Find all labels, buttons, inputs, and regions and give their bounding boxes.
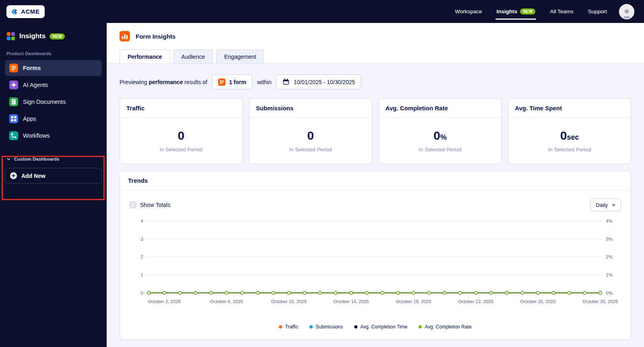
trends-card: Trends Show Totals Daily 00%11%22%33%44%… (120, 171, 631, 340)
tab-performance[interactable]: Performance (120, 50, 170, 64)
workflows-icon (9, 131, 18, 140)
checkbox-box (130, 202, 136, 208)
sidebar-item-apps[interactable]: Apps (5, 111, 102, 127)
svg-text:October 22, 2025: October 22, 2025 (458, 299, 493, 304)
legend-dot (419, 325, 422, 328)
svg-text:1: 1 (140, 273, 143, 277)
sidebar-item-label: Workflows (23, 132, 50, 139)
stat-value: 0 (126, 129, 236, 143)
tab-bar: PerformanceAudienceEngagement (120, 50, 631, 64)
stat-caption: In Selected Period (386, 147, 495, 153)
top-nav-support[interactable]: Support (588, 8, 607, 14)
page-title: Form Insights (136, 33, 175, 40)
svg-text:0: 0 (140, 291, 143, 295)
top-nav-insights[interactable]: InsightsNEW (496, 8, 535, 14)
stat-caption: In Selected Period (515, 147, 624, 153)
legend-traffic: Traffic (279, 324, 298, 330)
acme-logo[interactable]: ACME (6, 5, 45, 18)
sidebar-menu: FormsAI AgentsSign DocumentsAppsWorkflow… (0, 60, 107, 144)
svg-text:2: 2 (140, 254, 143, 259)
legend-avg-completion-time: Avg. Completion Time (354, 324, 407, 330)
plus-circle-icon (10, 172, 17, 180)
trends-chart-container: 00%11%22%33%44%October 2, 2025October 6,… (120, 213, 631, 319)
avatar[interactable] (619, 4, 634, 19)
sidebar-item-label: AI Agents (23, 82, 48, 88)
legend-dot (310, 325, 313, 328)
sign-documents-icon (9, 97, 18, 106)
tab-engagement[interactable]: Engagement (216, 50, 264, 64)
form-insights-icon (120, 31, 130, 41)
svg-text:1%: 1% (606, 273, 612, 277)
ai-agents-icon (9, 81, 18, 89)
date-range-chip[interactable]: 10/01/2025 - 10/30/2025 (276, 74, 361, 89)
legend-dot (279, 325, 282, 328)
top-nav-label: Insights (496, 8, 517, 14)
add-new-button[interactable]: Add New (5, 168, 102, 184)
chart-legend: TrafficSubmissionsAvg. Completion TimeAv… (120, 319, 631, 339)
svg-text:October 26, 2025: October 26, 2025 (520, 299, 556, 304)
top-nav-workspace[interactable]: Workspace (455, 8, 482, 14)
top-nav-label: Support (588, 8, 607, 14)
legend-submissions: Submissions (310, 324, 343, 330)
new-badge: NEW (520, 8, 535, 14)
top-nav: WorkspaceInsightsNEWAll TeamsSupport (455, 8, 607, 14)
sidebar: Insights NEW Product Dashboards FormsAI … (0, 23, 107, 347)
chevron-down-icon (611, 203, 616, 207)
show-totals-checkbox[interactable]: Show Totals (130, 202, 170, 208)
stat-value: 0sec (515, 129, 624, 143)
stat-title: Traffic (120, 99, 242, 118)
sidebar-item-label: Forms (23, 65, 41, 71)
stat-card-traffic: Traffic0In Selected Period (120, 98, 243, 164)
interval-select[interactable]: Daily (590, 198, 621, 211)
svg-text:0%: 0% (606, 291, 612, 295)
acme-logo-icon (10, 8, 18, 16)
sidebar-item-ai-agents[interactable]: AI Agents (5, 77, 102, 93)
sidebar-item-label: Sign Documents (23, 99, 66, 105)
apps-icon (9, 114, 18, 123)
sidebar-item-forms[interactable]: Forms (5, 60, 102, 76)
filter-within: within (257, 79, 272, 85)
stat-title: Avg. Completion Rate (379, 99, 502, 118)
tab-audience[interactable]: Audience (173, 50, 213, 64)
svg-text:3: 3 (140, 237, 143, 242)
svg-text:October 18, 2025: October 18, 2025 (396, 299, 431, 304)
content: Previewing performance results of 1 form… (107, 64, 644, 340)
trends-chart: 00%11%22%33%44%October 2, 2025October 6,… (126, 215, 625, 318)
sidebar-item-label: Apps (23, 116, 36, 122)
top-nav-label: All Teams (550, 8, 573, 14)
filter-row: Previewing performance results of 1 form… (120, 74, 631, 89)
stat-title: Avg. Time Spent (508, 99, 631, 118)
stat-caption: In Selected Period (126, 147, 236, 153)
top-header: ACME WorkspaceInsightsNEWAll TeamsSuppor… (0, 0, 644, 23)
svg-text:October 14, 2025: October 14, 2025 (333, 299, 369, 304)
trends-title: Trends (120, 171, 631, 190)
legend-label: Avg. Completion Time (360, 324, 407, 330)
logo-text: ACME (21, 8, 40, 15)
svg-text:October 6, 2025: October 6, 2025 (210, 299, 243, 304)
sidebar-item-sign-documents[interactable]: Sign Documents (5, 94, 102, 110)
svg-text:October 10, 2025: October 10, 2025 (271, 299, 307, 304)
custom-dashboards-toggle[interactable]: Custom Dashboards (0, 157, 107, 161)
stat-cards-row: Traffic0In Selected PeriodSubmissions0In… (120, 98, 631, 164)
sidebar-title: Insights (19, 32, 45, 40)
person-icon (621, 7, 633, 19)
top-nav-label: Workspace (455, 8, 482, 14)
sidebar-title-row: Insights NEW (0, 32, 107, 41)
calendar-icon (282, 78, 290, 86)
stat-card-submissions: Submissions0In Selected Period (249, 98, 372, 164)
form-select-chip[interactable]: 1 form (212, 74, 252, 89)
section-product-dashboards: Product Dashboards (0, 41, 107, 60)
top-nav-all-teams[interactable]: All Teams (550, 8, 573, 14)
legend-label: Traffic (285, 324, 298, 330)
insights-icon (6, 32, 15, 41)
svg-text:4%: 4% (606, 219, 612, 223)
legend-label: Avg. Completion Rate (425, 324, 472, 330)
stat-value: 0 (256, 129, 365, 143)
stat-title: Submissions (250, 99, 372, 118)
sidebar-item-workflows[interactable]: Workflows (5, 128, 102, 144)
svg-text:2%: 2% (606, 254, 612, 259)
legend-dot (354, 325, 357, 328)
main-area: Form Insights PerformanceAudienceEngagem… (107, 23, 644, 347)
svg-text:4: 4 (140, 219, 143, 223)
stat-caption: In Selected Period (256, 147, 365, 153)
